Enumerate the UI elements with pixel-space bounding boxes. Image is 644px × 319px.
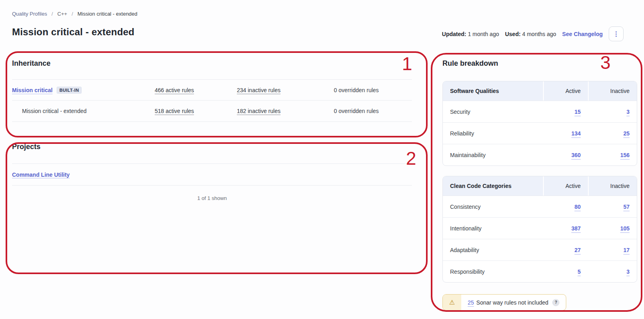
current-profile-cell: Mission critical - extended	[12, 108, 155, 114]
active-count-link[interactable]: 5	[577, 269, 581, 275]
projects-title: Projects	[12, 143, 412, 151]
parent-profile-link[interactable]: Mission critical	[12, 87, 52, 93]
breadcrumb-separator: /	[72, 11, 73, 17]
breadcrumb: Quality Profiles / C++ / Mission critica…	[12, 11, 137, 17]
column-header-active: Active	[543, 176, 588, 196]
warning-text-cell: 25 Sonar way rules not included ?	[461, 295, 566, 310]
inactive-count-cell: 17	[588, 247, 637, 253]
active-count-link[interactable]: 134	[571, 130, 581, 137]
active-count-link[interactable]: 80	[574, 204, 581, 210]
active-count-link[interactable]: 27	[574, 247, 581, 253]
active-rules-link[interactable]: 518 active rules	[155, 108, 194, 114]
active-count-link[interactable]: 15	[574, 109, 581, 115]
active-count-cell: 5	[543, 269, 588, 275]
row-label: Security	[443, 109, 543, 115]
row-label: Maintainability	[443, 152, 543, 158]
inactive-rules-cell: 182 inactive rules	[237, 108, 327, 114]
active-count-cell: 15	[543, 109, 588, 115]
table-row: Consistency 80 57	[443, 196, 637, 217]
active-rules-cell: 466 active rules	[155, 87, 237, 93]
quality-profile-page: Quality Profiles / C++ / Mission critica…	[0, 0, 644, 319]
breadcrumb-quality-profiles[interactable]: Quality Profiles	[12, 11, 47, 17]
clean-code-categories-table: Clean Code Categories Active Inactive Co…	[442, 176, 637, 283]
parent-profile-cell: Mission critical BUILT-IN	[12, 87, 155, 94]
overridden-rules-text: 0 overridden rules	[334, 108, 379, 114]
row-label: Reliability	[443, 130, 543, 137]
inactive-count-cell: 3	[588, 109, 637, 115]
page-title: Mission critical - extended	[12, 26, 134, 38]
table-row: Intentionality 387 105	[443, 217, 637, 239]
active-count-cell: 360	[543, 152, 588, 158]
warning-icon-cell: ⚠	[443, 295, 461, 310]
inheritance-section: Inheritance Mission critical BUILT-IN 46…	[12, 59, 412, 122]
breadcrumb-language[interactable]: C++	[57, 11, 67, 17]
rule-breakdown-title: Rule breakdown	[442, 59, 637, 68]
table-header-name: Clean Code Categories	[443, 176, 543, 196]
table-row: Responsibility 5 3	[443, 260, 637, 282]
inactive-count-link[interactable]: 25	[623, 130, 630, 137]
overridden-rules-cell: 0 overridden rules	[327, 87, 412, 93]
overridden-rules-text: 0 overridden rules	[334, 87, 379, 93]
table-row: Adaptability 27 17	[443, 239, 637, 260]
table-header-name: Software Qualities	[443, 81, 543, 101]
active-count-cell: 80	[543, 204, 588, 210]
see-changelog-link[interactable]: See Changelog	[562, 31, 603, 37]
table-row: Reliability 134 25	[443, 122, 637, 144]
active-count-cell: 27	[543, 247, 588, 253]
used-info: Used: 4 months ago	[505, 31, 556, 37]
warning-count-link[interactable]: 25	[468, 299, 474, 306]
inactive-count-cell: 156	[588, 152, 637, 158]
profile-actions-button[interactable]: ⋮	[609, 26, 624, 41]
row-label: Adaptability	[443, 247, 543, 253]
table-row: Security 15 3	[443, 101, 637, 122]
inactive-count-link[interactable]: 156	[620, 152, 630, 158]
header-meta: Updated: 1 month ago Used: 4 months ago …	[442, 26, 624, 41]
inheritance-title: Inheritance	[12, 59, 412, 68]
projects-shown-count: 1 of 1 shown	[12, 195, 412, 201]
active-count-link[interactable]: 387	[571, 225, 581, 232]
active-count-cell: 387	[543, 225, 588, 232]
active-rules-link[interactable]: 466 active rules	[155, 87, 194, 93]
inheritance-row-parent: Mission critical BUILT-IN 466 active rul…	[12, 79, 412, 101]
inactive-rules-link[interactable]: 182 inactive rules	[237, 108, 281, 114]
help-icon[interactable]: ?	[552, 299, 559, 306]
sonar-way-warning: ⚠ 25 Sonar way rules not included ?	[442, 294, 566, 311]
current-profile-name: Mission critical - extended	[22, 108, 87, 114]
built-in-badge: BUILT-IN	[57, 87, 82, 94]
row-label: Consistency	[443, 204, 543, 210]
column-header-inactive: Inactive	[588, 81, 637, 101]
breadcrumb-separator: /	[51, 11, 53, 17]
inactive-count-link[interactable]: 3	[626, 269, 630, 275]
inheritance-row-current: Mission critical - extended 518 active r…	[12, 101, 412, 122]
inactive-count-cell: 57	[588, 204, 637, 210]
inactive-count-cell: 3	[588, 269, 637, 275]
software-qualities-table: Software Qualities Active Inactive Secur…	[442, 81, 637, 166]
column-header-active: Active	[543, 81, 588, 101]
warning-text: Sonar way rules not included	[476, 299, 549, 306]
overridden-rules-cell: 0 overridden rules	[327, 108, 412, 114]
inactive-rules-link[interactable]: 234 inactive rules	[237, 87, 281, 93]
project-list-item: Command Line Utility	[12, 164, 412, 186]
row-label: Responsibility	[443, 269, 543, 275]
used-label: Used:	[505, 31, 521, 37]
inactive-count-cell: 105	[588, 225, 637, 232]
column-header-inactive: Inactive	[588, 176, 637, 196]
inactive-count-link[interactable]: 17	[623, 247, 630, 253]
inactive-count-link[interactable]: 57	[623, 204, 630, 210]
inactive-rules-cell: 234 inactive rules	[237, 87, 327, 93]
updated-info: Updated: 1 month ago	[442, 31, 499, 37]
active-rules-cell: 518 active rules	[155, 108, 237, 114]
active-count-cell: 134	[543, 130, 588, 137]
updated-label: Updated:	[442, 31, 466, 37]
inactive-count-link[interactable]: 105	[620, 225, 630, 232]
updated-value: 1 month ago	[468, 31, 499, 37]
breadcrumb-current: Mission critical - extended	[77, 11, 137, 17]
project-link[interactable]: Command Line Utility	[12, 172, 70, 178]
row-label: Intentionality	[443, 225, 543, 232]
rule-breakdown-section: Rule breakdown Software Qualities Active…	[442, 59, 637, 311]
used-value: 4 months ago	[522, 31, 556, 37]
kebab-menu-icon: ⋮	[613, 31, 620, 37]
active-count-link[interactable]: 360	[571, 152, 581, 158]
inactive-count-link[interactable]: 3	[626, 109, 630, 115]
table-header-row: Software Qualities Active Inactive	[443, 81, 637, 101]
